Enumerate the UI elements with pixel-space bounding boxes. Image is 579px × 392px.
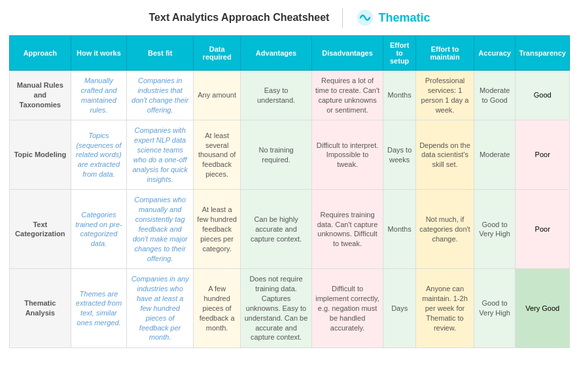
table-cell: No training required.	[241, 120, 312, 190]
col-how-it-works: How it works	[71, 36, 127, 71]
table-cell: Months	[383, 71, 416, 120]
table-cell: Easy to understand.	[241, 71, 312, 120]
table-cell: Poor	[516, 120, 570, 190]
col-accuracy: Accuracy	[474, 36, 516, 71]
table-cell: Anyone can maintain. 1-2h per week for T…	[416, 269, 474, 348]
header-divider	[342, 8, 343, 27]
col-effort-setup: Effort to setup	[383, 36, 416, 71]
table-row: Thematic AnalysisThemes are extracted fr…	[10, 269, 570, 348]
table-cell: Themes are extracted from text, similar …	[71, 269, 127, 348]
table-cell: Companies who manually and consistently …	[127, 190, 194, 269]
table-cell: Any amount	[194, 71, 241, 120]
table-cell: A few hundred pieces of feedback a month…	[194, 269, 241, 348]
table-cell: Manual Rules and Taxonomies	[10, 71, 71, 120]
table-cell: Does not require training data. Captures…	[241, 269, 312, 348]
table-cell: Thematic Analysis	[10, 269, 71, 348]
table-cell: Text Categorization	[10, 190, 71, 269]
table-cell: Topics (sequences of related words) are …	[71, 120, 127, 190]
table-cell: Professional services: 1 person 1 day a …	[416, 71, 474, 120]
table-cell: Difficult to interpret. Impossible to tw…	[311, 120, 383, 190]
comparison-table: Approach How it works Best fit Data requ…	[9, 35, 570, 348]
col-best-fit: Best fit	[127, 36, 194, 71]
table-cell: Moderate	[474, 120, 516, 190]
table-container: Approach How it works Best fit Data requ…	[0, 35, 579, 357]
table-cell: Not much, if categories don't change.	[416, 190, 474, 269]
table-cell: Good	[516, 71, 570, 120]
table-cell: Requires a lot of time to create. Can't …	[311, 71, 383, 120]
logo-text: Thematic	[378, 11, 430, 25]
col-transparency: Transparency	[516, 36, 570, 71]
table-cell: Good to Very High	[474, 190, 516, 269]
table-cell: Moderate to Good	[474, 71, 516, 120]
page-header: Text Analytics Approach Cheatsheet Thema…	[0, 0, 579, 35]
table-cell: Days	[383, 269, 416, 348]
table-cell: Difficult to implement correctly, e.g. n…	[311, 269, 383, 348]
logo-icon	[356, 9, 374, 27]
table-cell: Companies with expert NLP data science t…	[127, 120, 194, 190]
table-cell: Companies in industries that don't chang…	[127, 71, 194, 120]
logo: Thematic	[356, 9, 430, 27]
table-cell: Depends on the data scientist's skill se…	[416, 120, 474, 190]
col-advantages: Advantages	[241, 36, 312, 71]
table-cell: Very Good	[516, 269, 570, 348]
table-cell: Companies in any industries who have at …	[127, 269, 194, 348]
col-disadvantages: Disadvantages	[311, 36, 383, 71]
table-cell: At least several thousand of feedback pi…	[194, 120, 241, 190]
table-cell: At least a few hundred feedback pieces p…	[194, 190, 241, 269]
table-header-row: Approach How it works Best fit Data requ…	[10, 36, 570, 71]
table-row: Topic ModelingTopics (sequences of relat…	[10, 120, 570, 190]
table-cell: Categories trained on pre-categorized da…	[71, 190, 127, 269]
table-cell: Can be highly accurate and capture conte…	[241, 190, 312, 269]
table-row: Text CategorizationCategories trained on…	[10, 190, 570, 269]
col-effort-maintain: Effort to maintain	[416, 36, 474, 71]
table-cell: Requires training data. Can't capture un…	[311, 190, 383, 269]
page-title: Text Analytics Approach Cheatsheet	[149, 12, 330, 24]
table-row: Manual Rules and TaxonomiesManually craf…	[10, 71, 570, 120]
table-cell: Months	[383, 190, 416, 269]
table-cell: Manually crafted and maintained rules.	[71, 71, 127, 120]
table-cell: Days to weeks	[383, 120, 416, 190]
col-data-required: Data required	[194, 36, 241, 71]
col-approach: Approach	[10, 36, 71, 71]
table-cell: Good to Very High	[474, 269, 516, 348]
table-cell: Topic Modeling	[10, 120, 71, 190]
table-cell: Poor	[516, 190, 570, 269]
